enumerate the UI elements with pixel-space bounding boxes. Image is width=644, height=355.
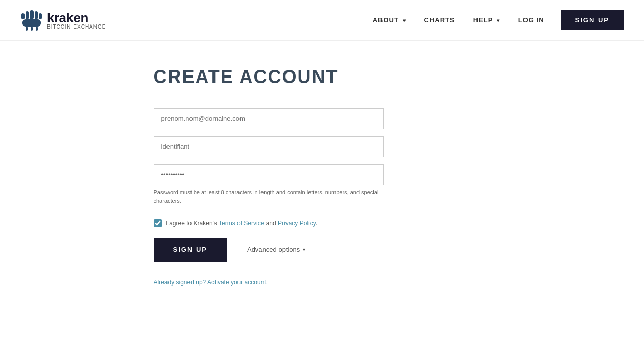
- svg-rect-4: [39, 13, 42, 19]
- logo-brand: kraken: [47, 11, 106, 24]
- svg-rect-6: [26, 27, 28, 31]
- help-caret-icon: ▾: [497, 18, 500, 23]
- terms-text: I agree to Kraken's Terms of Service and…: [166, 220, 318, 227]
- svg-rect-7: [31, 27, 33, 31]
- terms-checkbox[interactable]: [154, 219, 162, 227]
- activate-account-link[interactable]: Already signed up? Activate your account…: [154, 278, 268, 286]
- nav-login[interactable]: LOG IN: [511, 12, 552, 28]
- logo[interactable]: kraken bitcoin exchange: [20, 9, 106, 32]
- site-header: kraken bitcoin exchange ABOUT ▾ CHARTS H…: [0, 0, 644, 41]
- actions-row: SIGN UP Advanced options ▾: [154, 238, 491, 262]
- logo-text: kraken bitcoin exchange: [47, 11, 106, 30]
- svg-rect-8: [36, 27, 38, 31]
- advanced-options-caret-icon: ▾: [303, 247, 305, 252]
- svg-rect-1: [26, 11, 29, 19]
- password-group: Password must be at least 8 characters i…: [154, 164, 491, 205]
- logo-sub: bitcoin exchange: [47, 24, 106, 30]
- privacy-policy-link[interactable]: Privacy Policy: [278, 220, 316, 227]
- nav-signup[interactable]: SIGN UP: [561, 10, 624, 30]
- svg-rect-3: [35, 11, 38, 19]
- nav-about[interactable]: ABOUT ▾: [366, 12, 413, 28]
- password-input[interactable]: [154, 164, 384, 185]
- main-nav: ABOUT ▾ CHARTS HELP ▾ LOG IN SIGN UP: [366, 10, 624, 30]
- email-group: [154, 108, 491, 129]
- terms-row: I agree to Kraken's Terms of Service and…: [154, 219, 491, 227]
- nav-help[interactable]: HELP ▾: [466, 12, 507, 28]
- terms-of-service-link[interactable]: Terms of Service: [219, 220, 264, 227]
- svg-rect-5: [22, 19, 41, 27]
- nav-charts[interactable]: CHARTS: [417, 12, 462, 28]
- main-content: CREATE ACCOUNT Password must be at least…: [144, 41, 501, 307]
- username-group: [154, 136, 491, 157]
- about-caret-icon: ▾: [403, 18, 406, 23]
- page-title: CREATE ACCOUNT: [154, 66, 491, 88]
- username-input[interactable]: [154, 136, 384, 157]
- password-hint: Password must be at least 8 characters i…: [154, 188, 384, 205]
- kraken-logo-icon: [20, 9, 43, 32]
- signup-button[interactable]: SIGN UP: [154, 238, 227, 262]
- email-input[interactable]: [154, 108, 384, 129]
- svg-rect-0: [21, 13, 25, 19]
- advanced-options-toggle[interactable]: Advanced options ▾: [247, 246, 305, 253]
- create-account-form: Password must be at least 8 characters i…: [154, 108, 491, 286]
- svg-rect-2: [30, 10, 34, 19]
